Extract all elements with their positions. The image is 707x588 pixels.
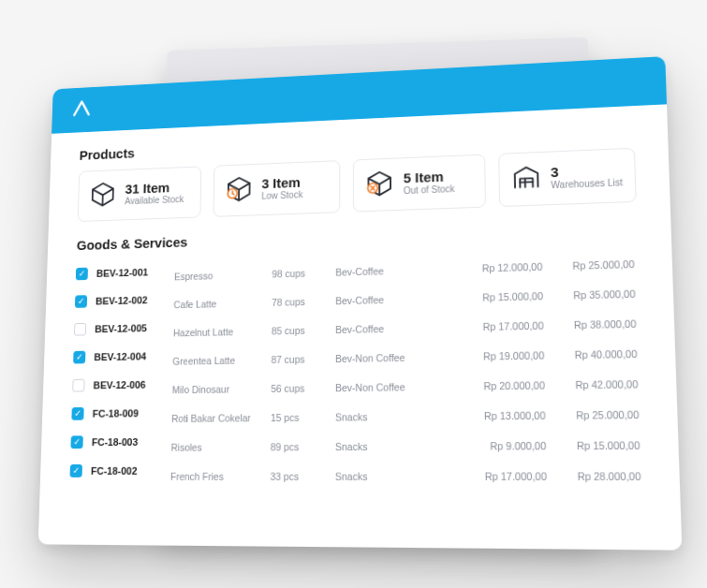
cell-category: Snacks [335, 470, 439, 481]
cell-price-2: Rp 38.000,00 [543, 317, 640, 331]
cell-name: Hazelnut Latte [173, 325, 272, 338]
cell-qty: 87 cups [272, 353, 336, 365]
cell-price-1: Rp 19.000,00 [438, 349, 544, 362]
warehouse-icon [510, 162, 541, 197]
cell-qty: 85 cups [272, 324, 335, 336]
table-row: ✓FC-18-009Roti Bakar Cokelar15 pcsSnacks… [71, 393, 643, 428]
cell-sku: FC-18-003 [92, 435, 171, 447]
cell-qty: 33 pcs [270, 470, 334, 481]
cell-category: Bev-Non Coffee [335, 351, 438, 364]
box-x-icon [365, 168, 394, 201]
cell-price-2: Rp 15.000,00 [546, 439, 644, 451]
cell-category: Bev-Non Coffee [335, 380, 438, 393]
box-clock-icon [224, 173, 253, 206]
cell-category: Snacks [335, 410, 439, 422]
stat-label: Low Stock [261, 190, 302, 202]
cell-sku: FC-18-009 [93, 407, 172, 419]
cell-category: Snacks [335, 440, 439, 452]
row-checkbox[interactable]: ✓ [76, 267, 88, 280]
stat-card-warehouses[interactable]: 3 Warehouses List [498, 148, 637, 207]
app-window: Products 31 Item Available Stock [38, 56, 683, 551]
cell-qty: 56 cups [271, 382, 335, 394]
row-checkbox[interactable]: ✓ [75, 295, 87, 308]
cell-price-2: Rp 35.000,00 [543, 287, 640, 301]
stat-card-lowstock[interactable]: 3 Item Low Stock [213, 160, 340, 217]
cell-name: French Fries [170, 470, 271, 481]
cell-sku: BEV-12-001 [96, 265, 175, 278]
cell-qty: 78 cups [272, 295, 335, 307]
cell-price-1: Rp 15.000,00 [438, 289, 544, 303]
goods-table: ✓BEV-12-001Espresso98 cupsBev-CoffeeRp 1… [69, 243, 645, 485]
row-checkbox[interactable]: ✓ [71, 406, 83, 419]
cell-name: Roti Bakar Cokelar [171, 412, 271, 424]
row-checkbox[interactable]: ✓ [70, 435, 82, 448]
logo-icon [70, 96, 93, 124]
cell-sku: BEV-12-004 [94, 350, 172, 362]
cell-price-2: Rp 42.000,00 [545, 377, 642, 390]
cell-sku: BEV-12-006 [93, 378, 172, 390]
cell-name: Milo Dinosaur [172, 383, 272, 395]
row-checkbox[interactable] [72, 378, 84, 391]
cell-price-2: Rp 25.000,00 [542, 257, 639, 272]
stat-label: Available Stock [125, 195, 184, 208]
cell-qty: 98 cups [272, 266, 335, 279]
row-checkbox[interactable]: ✓ [73, 350, 85, 363]
cell-category: Bev-Coffee [335, 292, 437, 306]
cell-category: Bev-Coffee [335, 263, 437, 277]
cell-name: Espresso [174, 268, 272, 281]
stat-value: 3 Item [261, 175, 302, 192]
stat-card-outofstock[interactable]: 5 Item Out of Stock [353, 154, 486, 213]
table-row: ✓FC-18-002French Fries33 pcsSnacksRp 17.… [69, 454, 645, 485]
cell-price-1: Rp 17.000,00 [438, 319, 544, 332]
cell-name: Cafe Latte [173, 297, 272, 310]
cell-qty: 89 pcs [271, 440, 335, 451]
cell-price-1: Rp 20.000,00 [438, 379, 545, 392]
cell-name: Greentea Latte [172, 354, 271, 367]
cell-price-2: Rp 28.000,00 [547, 470, 645, 482]
row-checkbox[interactable] [74, 322, 86, 335]
cell-name: Risoles [170, 441, 270, 453]
cell-price-2: Rp 40.000,00 [544, 347, 641, 360]
row-checkbox[interactable]: ✓ [70, 463, 82, 477]
cell-sku: BEV-12-002 [96, 293, 174, 306]
stat-label: Out of Stock [404, 184, 455, 197]
cell-price-1: Rp 12.000,00 [437, 260, 542, 274]
cell-category: Bev-Coffee [335, 321, 438, 334]
cell-qty: 15 pcs [271, 411, 335, 423]
box-icon [89, 179, 117, 212]
cell-sku: BEV-12-005 [95, 321, 173, 333]
cell-sku: FC-18-002 [91, 464, 170, 476]
cell-price-1: Rp 17.000,00 [439, 470, 547, 482]
stat-card-available[interactable]: 31 Item Available Stock [78, 166, 201, 222]
table-row: ✓FC-18-003Risoles89 pcsSnacksRp 9.000,00… [70, 423, 644, 456]
cell-price-2: Rp 25.000,00 [545, 408, 642, 420]
cell-price-1: Rp 13.000,00 [439, 409, 546, 421]
stat-label: Warehouses List [551, 178, 623, 192]
cell-price-1: Rp 9.000,00 [439, 439, 546, 451]
